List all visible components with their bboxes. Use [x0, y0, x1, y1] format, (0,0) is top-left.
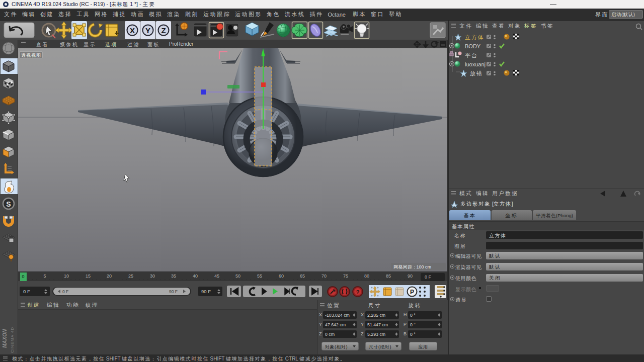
- svg-text:0 °: 0 °: [410, 313, 416, 318]
- svg-text:30: 30: [150, 274, 155, 279]
- svg-text:90 F: 90 F: [201, 289, 211, 294]
- svg-text:0 °: 0 °: [410, 332, 416, 337]
- svg-text:35: 35: [171, 274, 176, 279]
- svg-text:CINEMA 4D: CINEMA 4D: [10, 327, 15, 353]
- svg-text:0 F: 0 F: [62, 289, 68, 294]
- svg-text:25: 25: [128, 274, 133, 279]
- svg-text:P: P: [404, 322, 407, 327]
- svg-text:60: 60: [279, 274, 284, 279]
- svg-text:Z: Z: [361, 331, 364, 336]
- svg-text:90: 90: [408, 274, 413, 279]
- svg-text:Z: Z: [319, 331, 322, 336]
- svg-text:0: 0: [22, 274, 24, 279]
- svg-text:51.447 cm: 51.447 cm: [367, 322, 388, 327]
- svg-text:-103.024 cm: -103.024 cm: [325, 313, 350, 318]
- svg-text:90 F: 90 F: [169, 289, 178, 294]
- svg-text:Y: Y: [319, 322, 322, 327]
- svg-text:0 cm: 0 cm: [325, 332, 335, 337]
- svg-text:75: 75: [343, 274, 348, 279]
- svg-text:B: B: [404, 331, 407, 336]
- svg-text:放错: 放错: [470, 70, 483, 76]
- svg-text:Y: Y: [361, 322, 364, 327]
- svg-text:10: 10: [64, 274, 69, 279]
- svg-text:0 F: 0 F: [23, 289, 30, 294]
- svg-text:5.293 cm: 5.293 cm: [367, 332, 385, 337]
- svg-text:80: 80: [364, 274, 369, 279]
- svg-text:15: 15: [86, 274, 91, 279]
- svg-text:55: 55: [257, 274, 262, 279]
- svg-text:50: 50: [235, 274, 240, 279]
- svg-text:47.642 cm: 47.642 cm: [325, 322, 346, 327]
- svg-text:立方体: 立方体: [465, 34, 485, 40]
- svg-text:P: P: [410, 289, 414, 296]
- svg-text:X: X: [361, 312, 364, 317]
- svg-text:20: 20: [107, 274, 112, 279]
- svg-text:40: 40: [193, 274, 198, 279]
- svg-text:S: S: [6, 200, 11, 208]
- svg-text:0 F: 0 F: [425, 275, 432, 280]
- svg-text:45: 45: [214, 274, 219, 279]
- svg-text:X: X: [130, 26, 135, 35]
- svg-text:?: ?: [356, 289, 360, 295]
- svg-text:MAXON: MAXON: [2, 329, 8, 348]
- svg-text:70: 70: [321, 274, 327, 279]
- svg-text:65: 65: [300, 274, 305, 279]
- svg-text:Y: Y: [145, 26, 150, 35]
- svg-text:85: 85: [386, 274, 391, 279]
- svg-text:平台: 平台: [465, 52, 478, 58]
- svg-text:2.285 cm: 2.285 cm: [367, 313, 385, 318]
- svg-text:X: X: [319, 312, 322, 317]
- svg-text:BODY: BODY: [465, 43, 481, 49]
- svg-text:luoxuanj: luoxuanj: [465, 61, 486, 67]
- svg-text:5: 5: [43, 274, 46, 279]
- svg-text:Z: Z: [161, 26, 166, 35]
- svg-text:0 °: 0 °: [410, 322, 416, 327]
- svg-text:H: H: [404, 312, 407, 317]
